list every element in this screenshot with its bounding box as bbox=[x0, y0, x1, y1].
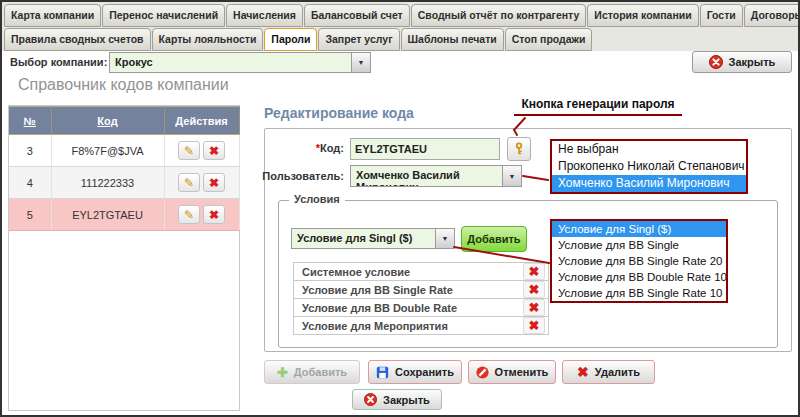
tab-balance-account[interactable]: Балансовый счет bbox=[304, 4, 410, 27]
condition-combobox[interactable]: Условие для Singl ($) ▼ bbox=[291, 228, 455, 249]
remove-condition-button[interactable]: ✖ bbox=[523, 263, 545, 280]
close-button-top[interactable]: Закрыть bbox=[692, 51, 792, 73]
remove-condition-button[interactable]: ✖ bbox=[523, 317, 545, 334]
delete-x-icon: ✖ bbox=[209, 177, 219, 189]
cancel-button-label: Отменить bbox=[495, 366, 549, 378]
tab-print-templates[interactable]: Шаблоны печати bbox=[401, 28, 504, 51]
delete-row-button[interactable]: ✖ bbox=[203, 173, 225, 192]
condition-list-item: Условие для BB Double Rate ✖ bbox=[293, 298, 549, 317]
condition-option[interactable]: Условие для BB Single bbox=[552, 237, 726, 253]
tab-consolidated-rules[interactable]: Правила сводных счетов bbox=[4, 28, 151, 51]
row-code: EYL2TGTAEU bbox=[51, 199, 164, 231]
delete-x-icon: ✖ bbox=[529, 283, 540, 296]
tab-company-history[interactable]: История компании bbox=[587, 4, 698, 27]
table-row: 4 111222333 ✎ ✖ bbox=[9, 167, 239, 199]
cancel-button[interactable]: Отменить bbox=[468, 360, 556, 384]
condition-list-item: Условие для Мероприятия ✖ bbox=[293, 316, 549, 335]
row-actions: ✎ ✖ bbox=[164, 135, 239, 167]
tab-service-ban[interactable]: Запрет услуг bbox=[318, 28, 399, 51]
condition-item-label: Системное условие bbox=[294, 266, 410, 278]
column-header-number[interactable]: № bbox=[9, 107, 51, 135]
user-option[interactable]: Прокопенко Николай Степанович bbox=[552, 158, 746, 175]
tab-loyalty-cards[interactable]: Карты лояльности bbox=[152, 28, 264, 51]
delete-button[interactable]: ✖ Удалить bbox=[562, 360, 655, 384]
edit-row-button[interactable]: ✎ bbox=[178, 205, 200, 224]
tab-contracts[interactable]: Договоры bbox=[744, 4, 800, 27]
company-combobox[interactable]: Крокус ▼ bbox=[109, 52, 371, 73]
floppy-disk-icon bbox=[376, 366, 389, 379]
user-option[interactable]: Не выбран bbox=[552, 141, 746, 158]
row-actions: ✎ ✖ bbox=[164, 167, 239, 199]
tab-guests[interactable]: Гости bbox=[700, 4, 743, 27]
condition-list: Системное условие ✖ Условие для BB Singl… bbox=[293, 263, 549, 335]
column-header-code[interactable]: Код bbox=[51, 107, 164, 135]
add-button-disabled: ✚ Добавить bbox=[264, 360, 360, 384]
tab-strip: Карта компании Перенос начислений Начисл… bbox=[2, 2, 800, 51]
tab-passwords[interactable]: Пароли bbox=[264, 28, 317, 51]
pencil-icon: ✎ bbox=[184, 177, 194, 189]
user-field-label: Пользователь: bbox=[256, 170, 344, 182]
delete-row-button[interactable]: ✖ bbox=[203, 141, 225, 160]
delete-row-button[interactable]: ✖ bbox=[203, 205, 225, 224]
row-number: 5 bbox=[9, 199, 51, 231]
code-input[interactable] bbox=[350, 138, 500, 160]
edit-row-button[interactable]: ✎ bbox=[178, 141, 200, 160]
condition-option[interactable]: Условие для BB Single Rate 10 bbox=[552, 285, 726, 301]
row-code: 111222333 bbox=[51, 167, 164, 199]
delete-x-icon: ✖ bbox=[209, 145, 219, 157]
user-dropdown-button[interactable]: ▼ bbox=[502, 166, 521, 186]
chevron-down-icon: ▼ bbox=[358, 59, 365, 66]
plus-icon: ✚ bbox=[277, 366, 288, 379]
company-dropdown-button[interactable]: ▼ bbox=[351, 53, 370, 72]
close-button-bottom[interactable]: Закрыть bbox=[352, 389, 442, 410]
user-option-selected[interactable]: Хомченко Василий Миронович bbox=[552, 175, 746, 192]
remove-condition-button[interactable]: ✖ bbox=[523, 281, 545, 298]
tab-counterparty-report[interactable]: Сводный отчёт по контрагенту bbox=[411, 4, 587, 27]
user-combobox[interactable]: Хомченко Василий Миронович ▼ bbox=[350, 165, 522, 187]
chevron-down-icon: ▼ bbox=[442, 235, 449, 242]
editor-title: Редактирование кода bbox=[264, 105, 414, 121]
remove-condition-button[interactable]: ✖ bbox=[523, 299, 545, 316]
code-field-label: *Код: bbox=[260, 142, 344, 154]
table-row-selected: 5 EYL2TGTAEU ✎ ✖ bbox=[9, 199, 239, 231]
company-select-label: Выбор компании: bbox=[10, 56, 107, 68]
save-button-label: Сохранить bbox=[395, 366, 454, 378]
user-combobox-value: Хомченко Василий Миронович bbox=[351, 166, 502, 186]
condition-item-label: Условие для Мероприятия bbox=[294, 320, 448, 332]
conditions-legend: Условия bbox=[289, 193, 345, 205]
condition-option[interactable]: Условие для BB Double Rate 10 bbox=[552, 269, 726, 285]
tab-row-1: Карта компании Перенос начислений Начисл… bbox=[4, 4, 800, 27]
no-entry-icon bbox=[476, 366, 489, 379]
condition-option-selected[interactable]: Условие для Singl ($) bbox=[552, 221, 726, 237]
close-button-top-label: Закрыть bbox=[729, 56, 776, 68]
delete-x-icon: ✖ bbox=[529, 265, 540, 278]
user-dropdown-list: Не выбран Прокопенко Николай Степанович … bbox=[550, 139, 748, 194]
condition-option[interactable]: Условие для BB Single Rate 20 bbox=[552, 253, 726, 269]
delete-x-icon: ✖ bbox=[209, 209, 219, 221]
condition-list-item: Условие для BB Single Rate ✖ bbox=[293, 280, 549, 299]
condition-combobox-value: Условие для Singl ($) bbox=[292, 229, 435, 248]
tab-stop-sales[interactable]: Стоп продажи bbox=[505, 28, 593, 51]
delete-x-icon: ✖ bbox=[577, 365, 589, 379]
delete-x-icon: ✖ bbox=[529, 319, 540, 332]
close-circle-icon bbox=[364, 393, 377, 406]
close-circle-icon bbox=[709, 55, 723, 69]
page-title: Справочник кодов компании bbox=[18, 76, 229, 94]
tab-accrual-transfer[interactable]: Перенос начислений bbox=[102, 4, 225, 27]
condition-item-label: Условие для BB Single Rate bbox=[294, 284, 453, 296]
save-button[interactable]: Сохранить bbox=[368, 360, 462, 384]
edit-row-button[interactable]: ✎ bbox=[178, 173, 200, 192]
table-header-row: № Код Действия bbox=[9, 107, 239, 135]
add-condition-button[interactable]: Добавить bbox=[461, 226, 527, 252]
tab-company-card[interactable]: Карта компании bbox=[4, 4, 101, 27]
application-window: Карта компании Перенос начислений Начисл… bbox=[0, 0, 800, 417]
condition-dropdown-list: Условие для Singl ($) Условие для BB Sin… bbox=[550, 219, 728, 303]
row-number: 4 bbox=[9, 167, 51, 199]
generate-password-button[interactable] bbox=[507, 137, 531, 161]
add-button-label: Добавить bbox=[294, 366, 347, 378]
column-header-actions: Действия bbox=[164, 107, 239, 135]
tab-accruals[interactable]: Начисления bbox=[226, 4, 303, 27]
key-icon bbox=[512, 142, 526, 156]
row-number: 3 bbox=[9, 135, 51, 167]
condition-dropdown-button[interactable]: ▼ bbox=[435, 229, 454, 248]
